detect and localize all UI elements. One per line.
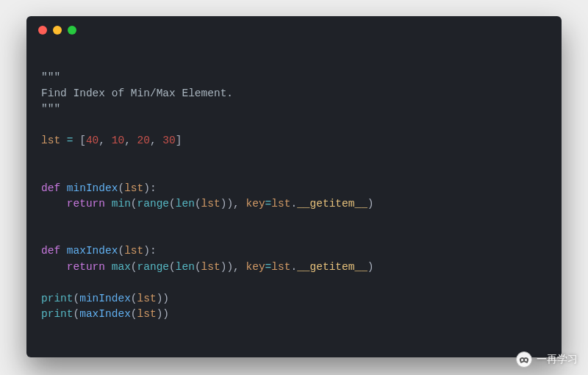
paren-open: (: [169, 198, 176, 210]
docstring-open: """: [41, 71, 60, 83]
watermark: 一再学习: [516, 351, 578, 368]
comma: ,: [233, 198, 245, 210]
arg-lst: lst: [137, 293, 157, 304]
return-kw: return: [67, 261, 105, 273]
builtin-min: min: [112, 198, 131, 210]
builtin-len: len: [176, 198, 195, 210]
paren-open: (: [195, 198, 201, 210]
space: [105, 261, 112, 273]
num-0: 40: [86, 135, 98, 146]
space: [60, 245, 67, 257]
paren-close: ): [226, 198, 233, 210]
def-kw: def: [41, 245, 60, 257]
builtin-range: range: [137, 198, 170, 210]
comma: ,: [98, 135, 111, 146]
var-lst: lst: [41, 135, 60, 146]
close-icon[interactable]: [38, 26, 47, 35]
space: [60, 182, 67, 194]
paren-close: ): [162, 293, 169, 304]
builtin-print: print: [41, 308, 74, 320]
call-maxindex: maxIndex: [79, 308, 131, 320]
paren-close: ): [368, 261, 374, 273]
paren-open: (: [169, 261, 176, 273]
comma: ,: [150, 135, 162, 146]
paren-open: (: [131, 261, 137, 273]
num-2: 20: [137, 135, 150, 146]
indent: [41, 198, 67, 210]
arg-lst: lst: [201, 261, 220, 273]
fn-minindex: minIndex: [67, 182, 118, 194]
minimize-icon[interactable]: [53, 26, 62, 35]
param-lst: lst: [124, 245, 143, 257]
fn-maxindex: maxIndex: [67, 245, 118, 257]
paren-open: (: [74, 293, 80, 304]
paren-open: (: [131, 308, 137, 320]
paren-open: (: [131, 198, 137, 210]
paren-close: ): [143, 182, 150, 194]
code-window: """ Find Index of Min/Max Element. """ l…: [26, 16, 562, 357]
arg-lst: lst: [137, 308, 157, 320]
paren-close: ): [226, 261, 233, 273]
dot: .: [290, 261, 297, 273]
paren-open: (: [74, 308, 80, 320]
obj-lst: lst: [271, 261, 290, 273]
paren-open: (: [131, 293, 137, 304]
num-1: 10: [112, 135, 124, 146]
obj-lst: lst: [271, 198, 290, 210]
maximize-icon[interactable]: [68, 26, 76, 35]
param-lst: lst: [124, 182, 143, 194]
docstring-text: Find Index of Min/Max Element.: [41, 88, 233, 99]
eq: =: [265, 261, 272, 273]
dunder-getitem: __getitem__: [297, 261, 368, 273]
colon: :: [150, 182, 157, 194]
paren-close: ): [368, 198, 374, 210]
window-titlebar: [26, 16, 562, 44]
builtin-range: range: [137, 261, 170, 273]
return-kw: return: [67, 198, 105, 210]
space: [105, 198, 112, 210]
kw-key: key: [246, 261, 265, 273]
comma: ,: [233, 261, 245, 273]
assign-op: =: [60, 135, 79, 146]
paren-close: ): [162, 308, 169, 320]
list-open: [: [79, 135, 86, 146]
comma: ,: [124, 135, 137, 146]
list-close: ]: [176, 135, 182, 146]
builtin-len: len: [176, 261, 195, 273]
arg-lst: lst: [201, 198, 220, 210]
dunder-getitem: __getitem__: [297, 198, 368, 210]
eq: =: [265, 198, 272, 210]
builtin-max: max: [112, 261, 131, 273]
watermark-icon: [516, 351, 532, 368]
paren-open: (: [118, 245, 124, 257]
paren-close: ): [143, 245, 150, 257]
watermark-label: 一再学习: [537, 353, 578, 366]
code-block: """ Find Index of Min/Max Element. """ l…: [26, 44, 562, 338]
def-kw: def: [41, 182, 60, 194]
kw-key: key: [246, 198, 265, 210]
num-3: 30: [162, 135, 175, 146]
paren-open: (: [195, 261, 201, 273]
docstring-close: """: [41, 103, 60, 115]
colon: :: [150, 245, 157, 257]
paren-open: (: [118, 182, 124, 194]
call-minindex: minIndex: [79, 293, 131, 304]
builtin-print: print: [41, 293, 74, 304]
stage: """ Find Index of Min/Max Element. """ l…: [0, 0, 588, 375]
indent: [41, 261, 67, 273]
dot: .: [290, 198, 297, 210]
